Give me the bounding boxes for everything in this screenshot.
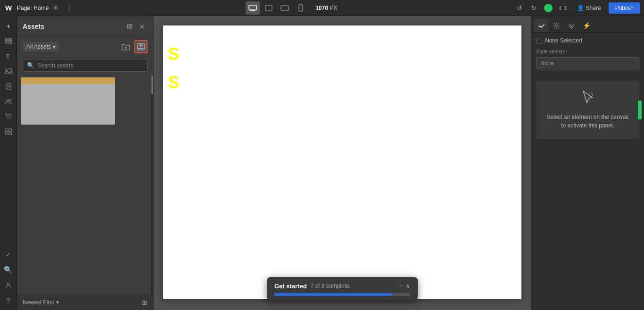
sidebar-item-assets[interactable] [1, 125, 16, 139]
sidebar-item-media[interactable] [1, 64, 16, 78]
canvas-area[interactable]: S S Get started 7 of 8 complete! ··· ∧ [154, 16, 531, 310]
get-started-bar: Get started 7 of 8 complete! ··· ∧ [267, 277, 418, 301]
canvas-element-s1: S [168, 44, 179, 64]
asset-thumbnail[interactable] [21, 77, 115, 125]
svg-point-20 [8, 118, 8, 119]
chevron-down-icon: ▾ [53, 43, 56, 50]
sidebar-item-add[interactable]: ＋ [1, 19, 16, 33]
get-started-count: 7 of 8 complete! [311, 283, 351, 289]
progress-bar-fill [274, 293, 393, 296]
search-input[interactable] [37, 62, 143, 69]
scroll-track [151, 75, 153, 294]
assets-panel: Assets ✕ All Assets ▾ [17, 16, 154, 310]
svg-rect-8 [5, 38, 12, 40]
get-started-top: Get started 7 of 8 complete! ··· ∧ [274, 282, 410, 290]
topbar-center: 1070 PX [246, 1, 343, 15]
code-view-button[interactable] [556, 1, 570, 15]
share-label: Share [586, 5, 601, 11]
svg-point-7 [300, 9, 301, 10]
sort-dropdown[interactable]: Newest First ▾ [23, 299, 59, 306]
save-status-indicator [544, 4, 553, 12]
svg-rect-25 [9, 133, 12, 134]
sidebar-item-pages[interactable] [1, 79, 16, 93]
collapse-panel-icon[interactable] [124, 21, 135, 32]
frame-tool-1[interactable] [262, 1, 276, 15]
tab-interactions[interactable] [564, 19, 578, 32]
upload-icon[interactable] [134, 40, 148, 53]
frame-tool-2[interactable] [278, 1, 292, 15]
svg-point-21 [10, 118, 11, 119]
assets-footer: Newest First ▾ ⊞ [17, 294, 153, 310]
tab-lightning[interactable]: ⚡ [579, 19, 594, 32]
get-started-left: Get started 7 of 8 complete! [274, 283, 351, 290]
style-selector-box[interactable]: None [536, 57, 639, 69]
svg-rect-5 [281, 6, 289, 10]
sidebar-item-help[interactable]: ? [1, 293, 16, 307]
sidebar-item-members[interactable] [1, 94, 16, 109]
svg-rect-22 [5, 129, 8, 132]
canvas-element-s2: S [168, 73, 179, 92]
icon-sidebar: ＋ T ✓ 🔍 ? [0, 16, 17, 310]
tab-style[interactable] [534, 19, 548, 32]
sidebar-item-layers[interactable] [1, 34, 16, 48]
width-value: 1070 [315, 5, 328, 11]
sidebar-item-search[interactable]: 🔍 [1, 263, 16, 277]
style-selector-label: Style selector [536, 49, 639, 54]
none-selected-label: None Selected [545, 37, 582, 44]
search-icon: 🔍 [27, 62, 34, 69]
search-bar[interactable]: 🔍 [23, 59, 148, 72]
undo-redo-group: ↺ ↻ [513, 1, 540, 15]
svg-rect-23 [9, 129, 12, 132]
svg-text:T: T [6, 53, 10, 59]
redo-button[interactable]: ↻ [527, 1, 540, 15]
share-button[interactable]: 👤 Share [573, 3, 605, 13]
more-options-icon[interactable]: ⋮ [63, 3, 76, 12]
svg-rect-12 [5, 69, 12, 74]
sidebar-item-tasks[interactable]: ✓ [1, 248, 16, 262]
svg-rect-9 [5, 41, 12, 42]
undo-button[interactable]: ↺ [513, 1, 526, 15]
topbar-right: ↺ ↻ 👤 Share Publish [513, 1, 640, 15]
width-unit: PX [330, 5, 338, 11]
assets-subheader: All Assets ▾ [17, 36, 153, 57]
right-panel-content: None Selected Style selector None Select… [531, 33, 644, 310]
tab-settings[interactable] [549, 19, 563, 32]
mobile-tool[interactable] [294, 1, 308, 15]
all-assets-label: All Assets [26, 43, 51, 50]
sort-chevron-icon: ▾ [56, 299, 59, 306]
right-panel-tabs: ⚡ [531, 16, 644, 33]
svg-rect-24 [5, 133, 8, 134]
sort-label: Newest First [23, 299, 54, 306]
publish-button[interactable]: Publish [609, 2, 640, 14]
get-started-more-icon[interactable]: ··· [397, 282, 404, 290]
assets-header-icons: ✕ [124, 21, 148, 32]
svg-rect-0 [249, 5, 256, 10]
page-name: Home [33, 5, 49, 11]
svg-rect-28 [130, 25, 132, 28]
eye-icon[interactable]: 👁 [52, 4, 59, 12]
page-label: Page: [17, 5, 32, 11]
all-assets-dropdown[interactable]: All Assets ▾ [23, 42, 59, 51]
assets-panel-title: Assets [23, 23, 44, 30]
sidebar-item-text[interactable]: T [1, 49, 16, 63]
get-started-actions: ··· ∧ [397, 282, 410, 290]
close-panel-icon[interactable]: ✕ [136, 21, 148, 32]
assets-action-icons [119, 40, 148, 53]
get-started-collapse-icon[interactable]: ∧ [405, 282, 410, 290]
svg-point-32 [555, 25, 557, 26]
green-arrow-indicator [638, 101, 642, 119]
progress-bar [274, 293, 410, 296]
canvas[interactable]: S S [163, 25, 521, 299]
none-selected-checkbox[interactable] [536, 38, 542, 44]
svg-rect-4 [265, 5, 272, 11]
sidebar-item-ecommerce[interactable] [1, 109, 16, 124]
sidebar-item-team[interactable] [1, 278, 16, 292]
add-folder-icon[interactable] [119, 40, 132, 53]
desktop-tool[interactable] [246, 1, 260, 15]
scroll-thumb[interactable] [151, 75, 153, 94]
page-info: Page: Home [17, 5, 49, 11]
svg-point-26 [7, 283, 9, 285]
view-toggle-icon[interactable]: ⊞ [142, 299, 148, 306]
asset-thumbnail-inner [21, 77, 115, 125]
main-layout: ＋ T ✓ 🔍 ? Assets [0, 16, 644, 310]
